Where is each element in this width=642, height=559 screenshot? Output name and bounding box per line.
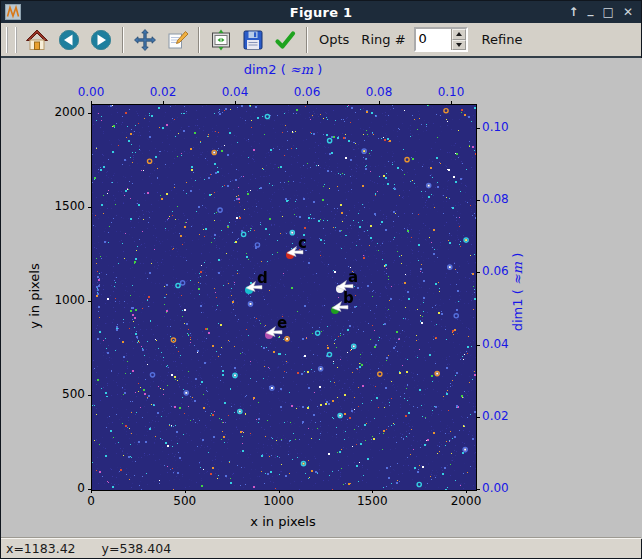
title-bar[interactable]: Figure 1 ↑ _ □ ✕	[1, 1, 641, 23]
top-tick-label: 0.00	[78, 85, 105, 99]
tick-mark	[163, 101, 164, 104]
close-button[interactable]: ✕	[623, 1, 633, 23]
x-tick-label: 1000	[263, 494, 294, 508]
tick-mark	[477, 272, 480, 273]
home-button[interactable]	[23, 26, 51, 54]
tick-mark	[466, 490, 467, 493]
save-icon	[241, 28, 265, 52]
y-axis-title: y in pixels	[27, 263, 42, 328]
top-axis-ticks: 0.000.020.040.060.080.10	[91, 85, 475, 100]
figure-window: Figure 1 ↑ _ □ ✕	[0, 0, 642, 559]
top-tick-label: 0.08	[366, 85, 393, 99]
forward-icon	[89, 28, 113, 52]
save-button[interactable]	[239, 26, 267, 54]
tick-mark	[91, 490, 92, 493]
tick-mark	[307, 101, 308, 104]
cursor-x-readout: x=1183.42	[6, 541, 76, 556]
tick-mark	[88, 395, 91, 396]
top-tick-label: 0.06	[294, 85, 321, 99]
tick-mark	[477, 200, 480, 201]
toolbar-separator	[122, 27, 124, 53]
cursor-y-readout: y=538.404	[102, 541, 172, 556]
diffraction-image[interactable]	[92, 105, 476, 490]
home-icon	[25, 28, 49, 52]
tick-mark	[477, 128, 480, 129]
shade-button[interactable]: ↑	[569, 1, 579, 23]
spin-down-button[interactable]	[452, 40, 466, 51]
right-tick-label: 0.08	[482, 192, 509, 206]
x-tick-label: 2000	[451, 494, 482, 508]
top-tick-label: 0.04	[222, 85, 249, 99]
right-tick-label: 0.10	[482, 120, 509, 134]
figure-canvas-area: dim2 ( ≈m ) 0.000.020.040.060.080.10 050…	[1, 58, 642, 539]
back-button[interactable]	[55, 26, 83, 54]
calib-point-label: b	[343, 289, 354, 307]
toolbar-separator	[306, 27, 308, 53]
refine-button[interactable]: Refine	[482, 32, 523, 47]
opts-button[interactable]: Opts	[319, 32, 349, 47]
y-tick-label: 0	[1, 481, 85, 495]
tick-mark	[279, 490, 280, 493]
edit-icon	[165, 28, 189, 52]
tick-mark	[88, 113, 91, 114]
y-tick-label: 1000	[1, 293, 85, 307]
window-title: Figure 1	[1, 5, 641, 20]
ring-number-value[interactable]: 0	[416, 29, 451, 50]
tick-mark	[88, 301, 91, 302]
calib-point-label: d	[257, 269, 268, 287]
tick-mark	[477, 345, 480, 346]
toolbar-separator	[198, 27, 200, 53]
right-tick-label: 0.00	[482, 481, 509, 495]
right-tick-label: 0.02	[482, 409, 509, 423]
navigation-toolbar: Opts Ring # 0 Refine	[1, 23, 641, 58]
tick-mark	[379, 101, 380, 104]
x-tick-label: 0	[87, 494, 95, 508]
x-axis-title: x in pixels	[250, 514, 315, 529]
tick-mark	[88, 489, 91, 490]
y-tick-label: 2000	[1, 105, 85, 119]
maximize-button[interactable]: □	[603, 1, 614, 23]
tick-mark	[477, 417, 480, 418]
top-tick-label: 0.10	[438, 85, 465, 99]
right-tick-label: 0.04	[482, 337, 509, 351]
forward-button[interactable]	[87, 26, 115, 54]
x-tick-label: 1500	[357, 494, 388, 508]
ring-number-label: Ring #	[361, 32, 405, 47]
y-tick-label: 500	[1, 387, 85, 401]
status-bar: x=1183.42 y=538.404	[1, 537, 641, 558]
y-tick-label: 1500	[1, 199, 85, 213]
apply-button[interactable]	[271, 26, 299, 54]
tick-mark	[235, 101, 236, 104]
pan-button[interactable]	[131, 26, 159, 54]
tick-mark	[451, 101, 452, 104]
apply-check-icon	[273, 28, 297, 52]
ring-number-spinbox[interactable]: 0	[414, 27, 468, 52]
edit-button[interactable]	[163, 26, 191, 54]
x-axis-ticks: 0500100015002000	[91, 494, 475, 509]
calib-point-label: c	[298, 234, 307, 252]
calib-point-label: a	[348, 268, 358, 286]
x-tick-label: 500	[173, 494, 196, 508]
minimize-button[interactable]: _	[588, 0, 594, 20]
tick-mark	[477, 489, 480, 490]
right-axis-title: dim1 ( ≈m )	[510, 253, 525, 332]
pan-icon	[133, 28, 157, 52]
top-axis-title: dim2 ( ≈m )	[244, 62, 323, 77]
toolbar-grip[interactable]	[6, 27, 17, 53]
subplots-button[interactable]	[207, 26, 235, 54]
tick-mark	[88, 207, 91, 208]
y-axis-ticks: 0500100015002000	[1, 104, 85, 489]
tick-mark	[372, 490, 373, 493]
calib-point-label: e	[277, 314, 287, 332]
plot-area: abcde	[91, 104, 477, 491]
back-icon	[57, 28, 81, 52]
subplots-icon	[209, 28, 233, 52]
right-tick-label: 0.06	[482, 264, 509, 278]
top-tick-label: 0.02	[150, 85, 177, 99]
tick-mark	[91, 101, 92, 104]
spin-up-button[interactable]	[452, 29, 466, 40]
tick-mark	[185, 490, 186, 493]
